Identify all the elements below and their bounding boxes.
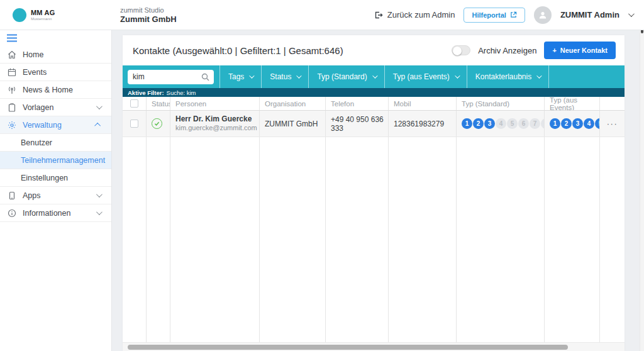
typ-badge-4: 4 [496,118,506,129]
active-filter-text: Suche: kim [167,89,196,96]
search-box [128,70,214,84]
contact-mobil: 128361983279 [394,120,444,128]
person-icon [538,10,548,20]
chevron-down-icon [96,191,103,198]
contacts-table: Status Personen Organisation Telefon Mob… [123,97,625,342]
home-icon [7,50,17,60]
column-header-typ-standard: Typ (Standard) [456,97,544,110]
chevron-down-icon [372,73,377,78]
filter-label: Kontakterlaubnis [475,72,531,81]
contact-name: Herr Dr. Kim Guercke [175,114,257,124]
sidebar-item-label: Verwaltung [23,121,96,130]
studio-label: zummit Studio [120,6,177,14]
column-header-telefon: Telefon [325,97,388,110]
sidebar-item-label: Einstellungen [21,174,103,182]
sidebar-item-label: Home [23,50,103,59]
clipboard-icon [7,103,17,113]
typ-badge-6: 6 [518,118,529,129]
chevron-down-icon [96,103,103,109]
horizontal-scrollbar-thumb[interactable] [128,345,568,350]
typ-events-badges: 123456 [550,118,599,129]
sidebar-item-verwaltung[interactable]: Verwaltung [0,116,111,134]
filter-label: Typ (Standard) [317,72,367,81]
new-contact-label: Neuer Kontakt [560,47,608,54]
logout-icon [374,11,383,20]
sidebar-item-label: Teilnehmermanagement [21,156,105,165]
typ-badge-2: 2 [561,118,572,129]
logo-subtitle: Mustermann [31,17,55,21]
column-header-organisation: Organisation [259,97,325,110]
sidebar-item-vorlagen[interactable]: Vorlagen [0,99,111,116]
table-empty-area [123,137,625,342]
contact-organisation: ZUMMIT GmbH [265,120,318,128]
hamburger-menu-icon[interactable] [0,30,111,46]
table-row[interactable]: Herr Dr. Kim Guercke kim.guercke@zummit.… [123,111,625,137]
typ-badge-3: 3 [484,118,495,129]
typ-badge-5: 5 [507,118,518,129]
filter-label: Typ (aus Events) [393,72,450,81]
help-portal-label: Hilfeportal [472,11,506,19]
select-all-checkbox[interactable] [130,99,138,108]
search-icon[interactable] [201,73,209,81]
filter-dropdown-typ-standard[interactable]: Typ (Standard) [308,65,384,88]
sidebar-item-label: Informationen [23,209,96,218]
column-header-personen: Personen [170,97,259,110]
gear-icon [7,120,17,130]
archive-toggle-label: Archiv Anzeigen [478,46,536,55]
sidebar-item-teilnehmermanagement[interactable]: Teilnehmermanagement [0,152,111,169]
filter-dropdown-tags[interactable]: Tags [219,65,261,88]
search-input[interactable] [133,72,201,81]
external-link-icon [510,11,517,18]
status-active-check-icon [152,118,162,129]
sidebar-item-benutzer[interactable]: Benutzer [0,134,111,152]
typ-badge-4: 4 [584,118,594,129]
row-actions-menu[interactable]: ··· [607,119,618,128]
sidebar-item-events[interactable]: Events [0,64,111,81]
table-header-row: Status Personen Organisation Telefon Mob… [123,97,625,111]
row-checkbox[interactable] [130,120,138,128]
horizontal-scrollbar[interactable] [123,342,625,351]
sidebar-item-home[interactable]: Home [0,46,111,64]
chevron-down-icon [455,73,460,78]
filter-dropdown-status[interactable]: Status [261,65,308,88]
typ-badge-5: 5 [595,118,599,129]
sidebar-item-einstellungen[interactable]: Einstellungen [0,169,111,187]
sidebar-item-label: Apps [23,191,96,200]
column-header-typ-events: Typ (aus Events) [544,97,599,110]
back-to-admin-link[interactable]: Zurück zum Admin [374,10,455,20]
column-header-status: Status [146,97,170,110]
sidebar-item-informationen[interactable]: Informationen [0,204,111,222]
filter-dropdown-typ-events[interactable]: Typ (aus Events) [384,65,467,88]
sidebar-item-label: Vorlagen [23,103,96,112]
user-avatar[interactable] [534,6,552,24]
broadcast-antenna-icon [7,85,17,95]
main-content: Kontakte (Ausgewählt:0 | Gefiltert:1 | G… [112,30,644,351]
sidebar-item-label: Events [23,68,103,77]
typ-badge-2: 2 [473,118,484,129]
filter-dropdown-kontakterlaubnis[interactable]: Kontakterlaubnis [467,65,549,88]
filter-bar: Tags Status Typ (Standard) Typ (aus Even… [123,65,625,88]
sidebar-item-news-home[interactable]: News & Home [0,81,111,99]
chevron-down-icon[interactable] [628,11,635,17]
active-filter-label: Aktive Filter: [128,89,164,96]
sidebar-item-label: Benutzer [21,138,103,147]
company-name: Zummit GmbH [120,14,177,24]
chevron-down-icon [297,73,302,78]
new-contact-button[interactable]: + Neuer Kontakt [544,42,616,59]
plus-icon: + [552,47,556,54]
sidebar-item-label: News & Home [23,86,103,94]
vertical-scrollbar[interactable] [640,0,644,351]
logo-title: MM AG [31,9,55,16]
sidebar: Home Events News & Home Vorlagen Verw [0,30,112,351]
back-to-admin-label: Zurück zum Admin [387,10,455,20]
chevron-down-icon [536,73,541,78]
archive-toggle[interactable] [452,45,470,55]
help-portal-button[interactable]: Hilfeportal [464,8,525,23]
sidebar-item-apps[interactable]: Apps [0,187,111,204]
user-menu-name[interactable]: ZUMMIT Admin [560,10,619,20]
logo-circle-icon [13,8,26,22]
company-logo[interactable]: MM AG Mustermann [0,8,112,22]
filter-label: Tags [228,72,244,81]
contacts-card: Kontakte (Ausgewählt:0 | Gefiltert:1 | G… [123,35,625,351]
calendar-icon [7,67,17,77]
